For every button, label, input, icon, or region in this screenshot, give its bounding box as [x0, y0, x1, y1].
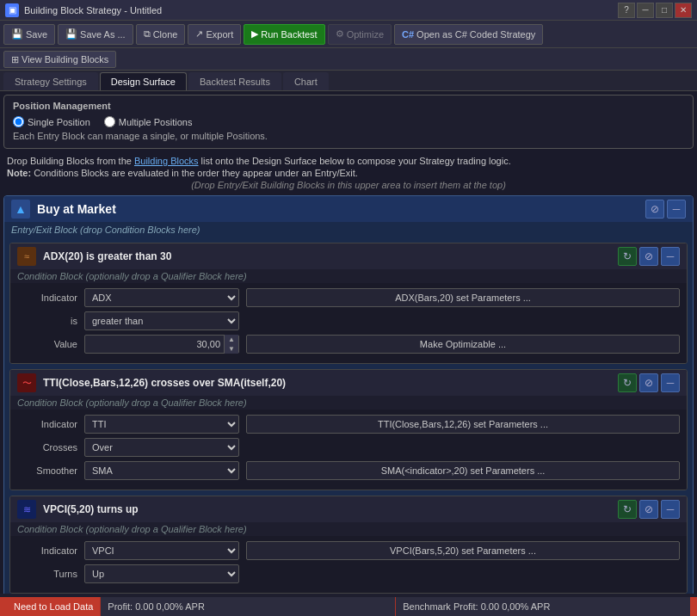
condition-disable-vpci[interactable]: ⊘	[639, 500, 658, 519]
value-spin-up-adx[interactable]: ▲	[225, 335, 238, 344]
building-blocks-link[interactable]: Building Blocks	[134, 156, 199, 166]
export-button[interactable]: ↗ Export	[188, 24, 241, 45]
window-title: Building Block Strategy - Untitled	[24, 5, 618, 15]
condition-refresh-vpci[interactable]: ↻	[618, 500, 637, 519]
condition-subtitle-tti: Condition Block (optionally drop a Quali…	[10, 396, 687, 410]
multiple-positions-radio[interactable]	[104, 116, 115, 127]
multiple-positions-label[interactable]: Multiple Positions	[104, 116, 193, 127]
maximize-button[interactable]: □	[656, 3, 673, 18]
condition-header-adx: ≈ ADX(20) is greater than 30 ↻ ⊘ ─	[10, 243, 687, 269]
condition-icon-vpci: ≋	[17, 500, 36, 519]
single-position-radio[interactable]	[13, 116, 24, 127]
help-button[interactable]: ?	[618, 3, 635, 18]
value-spin-down-adx[interactable]: ▼	[225, 344, 238, 354]
condition-row-indicator-vpci: Indicator VPCI VPCI(Bars,5,20) set Param…	[17, 541, 680, 560]
smoother-params-tti[interactable]: SMA(<indicator>,20) set Parameters ...	[246, 461, 680, 480]
condition-collapse-vpci[interactable]: ─	[661, 500, 680, 519]
is-label-adx: is	[17, 316, 77, 326]
save-icon: 💾	[11, 28, 23, 40]
condition-refresh-adx[interactable]: ↻	[618, 247, 637, 266]
indicator-select-tti[interactable]: TTI	[84, 415, 239, 434]
indicator-params-adx[interactable]: ADX(Bars,20) set Parameters ...	[246, 288, 680, 307]
condition-row-indicator-tti: Indicator TTI TTI(Close,Bars,12,26) set …	[17, 415, 680, 434]
window-controls: ? ─ □ ✕	[618, 3, 692, 18]
clone-button[interactable]: ⧉ Clone	[136, 24, 186, 45]
run-backtest-button[interactable]: ▶ Run Backtest	[244, 24, 324, 45]
condition-row-smoother-tti: Smoother SMA EMA SMA(<indicator>,20) set…	[17, 461, 680, 480]
condition-row-indicator-adx: Indicator ADX ADX(Bars,20) set Parameter…	[17, 288, 680, 307]
condition-subtitle-vpci: Condition Block (optionally drop a Quali…	[10, 522, 687, 536]
condition-block-adx: ≈ ADX(20) is greater than 30 ↻ ⊘ ─ Condi…	[9, 243, 688, 364]
run-icon: ▶	[251, 28, 258, 40]
crosses-label-tti: Crosses	[17, 442, 77, 453]
entry-exit-collapse-btn[interactable]: ─	[667, 200, 686, 219]
condition-header-vpci: ≋ VPCI(5,20) turns up ↻ ⊘ ─	[10, 496, 687, 522]
drop-hint: (Drop Entry/Exit Building Blocks in this…	[3, 180, 694, 190]
condition-disable-tti[interactable]: ⊘	[639, 373, 658, 392]
condition-collapse-tti[interactable]: ─	[661, 373, 680, 392]
make-optimizable-adx[interactable]: Make Optimizable ...	[246, 335, 680, 354]
condition-rows-vpci: Indicator VPCI VPCI(Bars,5,20) set Param…	[10, 536, 687, 593]
condition-disable-adx[interactable]: ⊘	[639, 247, 658, 266]
tab-strategy-settings[interactable]: Strategy Settings	[3, 72, 98, 90]
entry-exit-subtitle: Entry/Exit Block (drop Condition Blocks …	[4, 222, 693, 237]
condition-title-tti: TTI(Close,Bars,12,26) crosses over SMA(i…	[43, 377, 611, 389]
condition-refresh-tti[interactable]: ↻	[618, 373, 637, 392]
minimize-button[interactable]: ─	[637, 3, 654, 18]
entry-exit-disable-btn[interactable]: ⊘	[645, 200, 664, 219]
condition-title-vpci: VPCI(5,20) turns up	[43, 503, 611, 515]
value-input-adx[interactable]	[85, 336, 224, 353]
position-description: Each Entry Block can manage a single, or…	[13, 131, 684, 141]
condition-row-crosses-tti: Crosses Over Under	[17, 438, 680, 457]
single-position-label[interactable]: Single Position	[13, 116, 90, 127]
entry-exit-controls: ⊘ ─	[645, 200, 686, 219]
toolbar: 💾 Save 💾 Save As ... ⧉ Clone ↗ Export ▶ …	[0, 21, 697, 48]
indicator-params-tti[interactable]: TTI(Close,Bars,12,26) set Parameters ...	[246, 415, 680, 434]
open-coded-button[interactable]: C# Open as C# Coded Strategy	[394, 24, 543, 45]
save-as-icon: 💾	[65, 28, 77, 40]
condition-block-tti: 〜 TTI(Close,Bars,12,26) crosses over SMA…	[9, 369, 688, 490]
condition-controls-adx: ↻ ⊘ ─	[618, 247, 680, 266]
save-button[interactable]: 💾 Save	[3, 24, 55, 45]
tabs: Strategy Settings Design Surface Backtes…	[0, 71, 697, 91]
save-as-button[interactable]: 💾 Save As ...	[58, 24, 133, 45]
indicator-select-adx[interactable]: ADX	[84, 288, 239, 307]
position-radio-group: Single Position Multiple Positions	[13, 116, 684, 127]
info-note: Note: Conditions Blocks are evaluated in…	[3, 168, 694, 178]
tab-chart[interactable]: Chart	[283, 72, 329, 90]
condition-collapse-adx[interactable]: ─	[661, 247, 680, 266]
status-need-load: Need to Load Data	[7, 597, 101, 616]
condition-row-turns-vpci: Turns Up Down	[17, 564, 680, 583]
value-input-wrap-adx: ▲ ▼	[84, 335, 239, 354]
vbb-icon: ⊞	[11, 54, 19, 65]
condition-icon-tti: 〜	[17, 373, 36, 392]
design-surface-content: Position Management Single Position Mult…	[0, 91, 697, 594]
condition-subtitle-adx: Condition Block (optionally drop a Quali…	[10, 269, 687, 283]
clone-icon: ⧉	[144, 28, 151, 40]
app-icon: ▣	[5, 3, 19, 17]
csharp-icon: C#	[402, 29, 414, 40]
condition-row-is-adx: is greater than less than equals	[17, 311, 680, 330]
optimize-icon: ⚙	[336, 28, 344, 40]
entry-exit-title: Buy at Market	[37, 202, 638, 216]
indicator-params-vpci[interactable]: VPCI(Bars,5,20) set Parameters ...	[246, 541, 680, 560]
position-mgmt-title: Position Management	[13, 101, 684, 111]
indicator-label-adx: Indicator	[17, 293, 77, 303]
position-management-box: Position Management Single Position Mult…	[3, 95, 694, 149]
optimize-button[interactable]: ⚙ Optimize	[328, 24, 392, 45]
entry-exit-header: ▲ Buy at Market ⊘ ─	[4, 196, 693, 222]
is-select-adx[interactable]: greater than less than equals	[84, 311, 239, 330]
export-icon: ↗	[195, 28, 203, 40]
close-button[interactable]: ✕	[675, 3, 692, 18]
condition-icon-adx: ≈	[17, 247, 36, 266]
status-bar: Need to Load Data Profit: 0.00 0,00% APR…	[0, 597, 697, 616]
condition-header-tti: 〜 TTI(Close,Bars,12,26) crosses over SMA…	[10, 370, 687, 396]
condition-block-vpci: ≋ VPCI(5,20) turns up ↻ ⊘ ─ Condition Bl…	[9, 496, 688, 594]
indicator-select-vpci[interactable]: VPCI	[84, 541, 239, 560]
tab-design-surface[interactable]: Design Surface	[100, 72, 187, 90]
tab-backtest-results[interactable]: Backtest Results	[188, 72, 281, 90]
view-building-blocks-button[interactable]: ⊞ View Building Blocks	[3, 51, 116, 68]
crosses-select-tti[interactable]: Over Under	[84, 438, 239, 457]
smoother-select-tti[interactable]: SMA EMA	[84, 461, 239, 480]
turns-select-vpci[interactable]: Up Down	[84, 564, 239, 583]
